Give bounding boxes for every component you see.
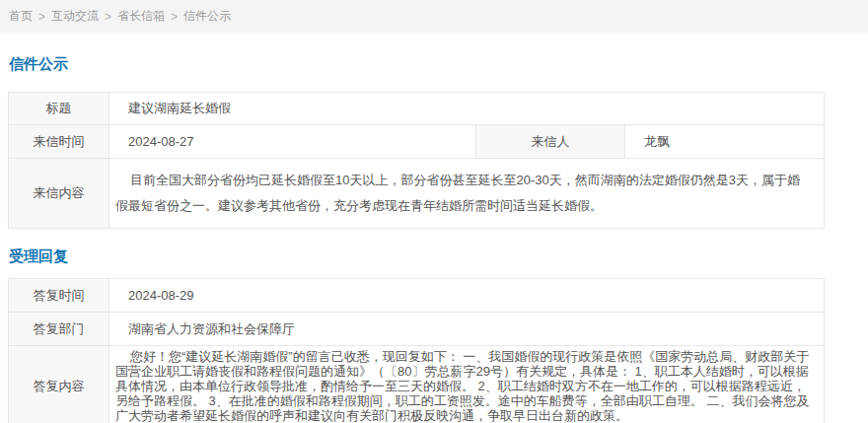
letter-content-label: 来信内容 [9,159,109,229]
reply-content-value: 您好！您“建议延长湖南婚假”的留言已收悉，现回复如下： 一、我国婚假的现行政策是… [109,346,825,423]
table-row: 答复部门 湖南省人力资源和社会保障厅 [9,313,825,346]
table-row: 标题 建议湖南延长婚假 [9,93,825,125]
letter-date-value: 2024-08-27 [109,125,476,159]
letter-title-value: 建议湖南延长婚假 [109,93,825,125]
letter-sender-label: 来信人 [476,125,625,159]
table-row: 来信内容 目前全国大部分省份均已延长婚假至10天以上，部分省份甚至延长至20-3… [9,159,825,229]
letter-section-title: 信件公示 [9,56,868,72]
letter-content-value: 目前全国大部分省份均已延长婚假至10天以上，部分省份甚至延长至20-30天，然而… [109,159,825,229]
reply-date-value: 2024-08-29 [109,279,825,313]
table-row: 答复时间 2024-08-29 [9,279,825,313]
breadcrumb-item-governor-mailbox[interactable]: 省长信箱 [117,8,165,25]
letter-sender-value: 龙飘 [625,125,825,159]
breadcrumb: 首页 > 互动交流 > 省长信箱 > 信件公示 [0,0,868,33]
breadcrumb-separator: > [105,10,111,24]
letter-info-table: 标题 建议湖南延长婚假 来信时间 2024-08-27 来信人 龙飘 来信内容 … [8,92,825,229]
reply-department-label: 答复部门 [9,313,109,346]
table-row: 来信时间 2024-08-27 来信人 龙飘 [9,125,825,159]
reply-department-value: 湖南省人力资源和社会保障厅 [109,313,825,346]
reply-section-title: 受理回复 [9,248,868,264]
breadcrumb-separator: > [171,10,178,24]
letter-title-label: 标题 [9,93,109,125]
breadcrumb-separator: > [38,10,45,24]
breadcrumb-item-letter-publicity[interactable]: 信件公示 [183,8,231,25]
table-row: 答复内容 您好！您“建议延长湖南婚假”的留言已收悉，现回复如下： 一、我国婚假的… [9,346,825,423]
letter-date-label: 来信时间 [9,125,109,159]
reply-content-label: 答复内容 [9,346,109,423]
reply-date-label: 答复时间 [9,279,109,313]
breadcrumb-item-home[interactable]: 首页 [9,8,33,25]
reply-info-table: 答复时间 2024-08-29 答复部门 湖南省人力资源和社会保障厅 答复内容 … [8,278,825,423]
breadcrumb-item-interaction[interactable]: 互动交流 [51,8,99,25]
